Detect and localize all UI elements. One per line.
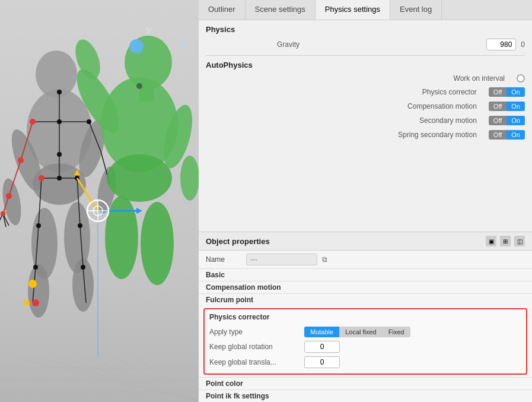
object-properties-header: Object properties ▣ ⊞ ◫	[199, 232, 532, 251]
svg-point-50	[33, 265, 38, 270]
secondary-motion-control: Off On	[489, 116, 525, 125]
compensation-motion-toggle: Off On	[489, 102, 525, 111]
work-on-interval-radio[interactable]	[517, 74, 525, 83]
keep-global-transla-label: Keep global transla...	[209, 358, 304, 366]
secondary-motion-label: Secondary motion	[206, 116, 489, 125]
physics-corrector-row: Physics corrector Off On	[199, 85, 532, 99]
apply-type-group: Mutable Local fixed Fixed	[304, 327, 410, 337]
autophysics-section-header: AutoPhysics	[199, 56, 532, 72]
keep-global-transla-input[interactable]	[304, 356, 340, 368]
physics-corrector-on-btn[interactable]: On	[506, 87, 525, 97]
svg-point-71	[180, 156, 199, 201]
svg-point-58	[32, 299, 39, 306]
tab-physics-settings[interactable]: Physics settings	[316, 0, 390, 20]
work-on-interval-row: Work on interval	[199, 72, 532, 85]
apply-mutable-btn[interactable]: Mutable	[304, 327, 339, 337]
svg-point-76	[129, 39, 144, 53]
svg-point-49	[36, 223, 41, 228]
gravity-input[interactable]	[486, 39, 516, 50]
name-input[interactable]	[246, 254, 317, 265]
compensation-motion-off-btn[interactable]: Off	[489, 102, 506, 111]
apply-fixed-btn[interactable]: Fixed	[383, 327, 410, 337]
physics-corrector-toggle: Off On	[489, 87, 525, 97]
svg-text:Z: Z	[181, 39, 187, 49]
svg-point-51	[78, 223, 82, 228]
basic-section-label: Basic	[199, 268, 532, 281]
copy-icon[interactable]: ⧉	[322, 255, 327, 264]
obj-icon-3[interactable]: ◫	[514, 236, 525, 246]
object-properties-panel: Object properties ▣ ⊞ ◫ Name ⧉ Basic Com…	[199, 232, 532, 402]
physics-corrector-label: Physics corrector	[206, 88, 489, 96]
apply-type-label: Apply type	[209, 328, 304, 336]
object-properties-icons: ▣ ⊞ ◫	[486, 236, 525, 246]
spring-secondary-motion-toggle: Off On	[489, 130, 525, 140]
keep-global-rotation-row: Keep global rotation	[209, 339, 521, 354]
secondary-motion-row: Secondary motion Off On	[199, 113, 532, 128]
compensation-motion-control: Off On	[489, 102, 525, 111]
compensation-motion-on-btn[interactable]: On	[506, 102, 525, 111]
svg-rect-66	[139, 86, 154, 101]
physics-section-header: Physics	[199, 20, 532, 36]
svg-point-39	[57, 119, 62, 124]
apply-local-fixed-btn[interactable]: Local fixed	[339, 327, 383, 337]
tabs-bar: Outliner Scene settings Physics settings…	[199, 0, 532, 20]
tab-scene-settings[interactable]: Scene settings	[246, 0, 316, 20]
gravity-row: Gravity 0	[199, 36, 532, 55]
point-color-section-label: Point color	[199, 377, 532, 390]
object-properties-title: Object properties	[206, 237, 270, 246]
compensation-motion-row: Compensation motion Off On	[199, 99, 532, 113]
svg-point-86	[136, 83, 142, 89]
svg-point-11	[36, 50, 77, 98]
compensation-motion-label: Compensation motion	[206, 102, 489, 110]
point-ik-fk-section-label: Point ik fk settings	[199, 390, 532, 402]
spring-secondary-motion-on-btn[interactable]: On	[506, 130, 525, 140]
tab-outliner[interactable]: Outliner	[199, 0, 246, 20]
obj-icon-2[interactable]: ⊞	[500, 236, 511, 246]
svg-point-57	[39, 175, 44, 181]
name-label: Name	[206, 255, 241, 264]
keep-global-transla-row: Keep global transla...	[209, 354, 521, 370]
spring-secondary-motion-row: Spring secondary motion Off On	[199, 128, 532, 142]
svg-point-59	[28, 280, 37, 288]
spring-secondary-motion-control: Off On	[489, 130, 525, 140]
compensation-motion-section-label: Compensation motion	[199, 281, 532, 293]
secondary-motion-toggle: Off On	[489, 116, 525, 125]
work-on-interval-label: Work on interval	[206, 74, 517, 83]
gravity-label: Gravity	[277, 40, 300, 49]
fulcrum-point-section-label: Fulcrum point	[199, 293, 532, 306]
keep-global-rotation-input[interactable]	[304, 341, 340, 353]
secondary-motion-off-btn[interactable]: Off	[489, 116, 506, 125]
physics-corrector-off-btn[interactable]: Off	[489, 87, 506, 97]
svg-point-60	[24, 300, 30, 306]
svg-point-14	[28, 264, 49, 318]
svg-point-73	[141, 202, 174, 285]
obj-icon-1[interactable]: ▣	[486, 236, 496, 246]
physics-corrector-box: Physics corrector Apply type Mutable Loc…	[203, 308, 527, 375]
svg-point-45	[87, 119, 91, 124]
gravity-extra: 0	[521, 40, 525, 49]
work-on-interval-control	[517, 74, 525, 83]
physics-content: Physics Gravity 0 AutoPhysics Work on in…	[199, 20, 532, 232]
tab-event-log[interactable]: Event log	[390, 0, 442, 20]
svg-point-72	[105, 196, 138, 279]
name-row: Name ⧉	[199, 251, 532, 268]
svg-point-41	[57, 176, 62, 181]
spring-secondary-motion-label: Spring secondary motion	[206, 131, 489, 139]
svg-point-40	[57, 152, 62, 157]
right-panel: Outliner Scene settings Physics settings…	[199, 0, 532, 402]
secondary-motion-on-btn[interactable]: On	[506, 116, 525, 125]
viewport-panel: Y Z	[0, 0, 199, 402]
keep-global-rotation-label: Keep global rotation	[209, 343, 304, 351]
svg-point-67	[107, 154, 172, 202]
svg-text:Y: Y	[145, 26, 152, 36]
svg-point-52	[81, 265, 85, 270]
physics-corrector-control: Off On	[489, 87, 525, 97]
physics-corrector-box-title: Physics corrector	[209, 313, 521, 321]
svg-point-38	[57, 90, 62, 94]
spring-secondary-motion-off-btn[interactable]: Off	[489, 130, 506, 140]
apply-type-row: Apply type Mutable Local fixed Fixed	[209, 325, 521, 339]
